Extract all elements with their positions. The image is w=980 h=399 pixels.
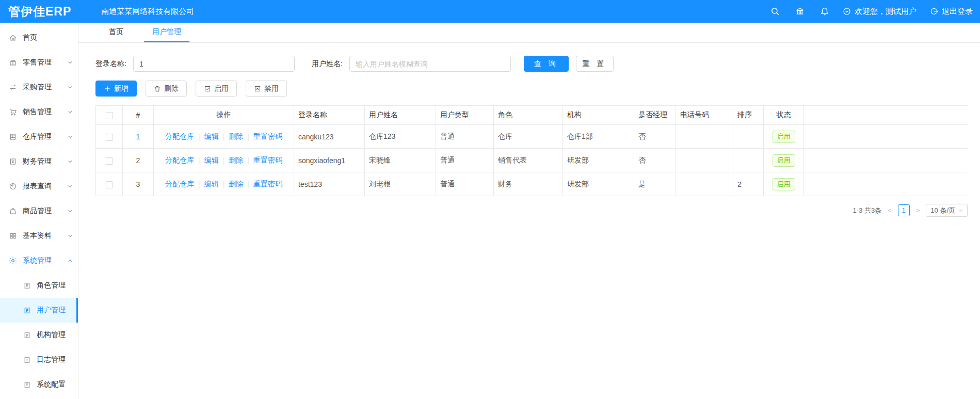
sidebar-item-label: 首页 [23,33,37,42]
reset-password-link[interactable]: 重置密码 [253,132,282,141]
reset-button[interactable]: 重 置 [576,56,614,72]
cell-org: 研发部 [563,172,634,196]
doc-icon [23,282,31,290]
doc-icon [23,307,31,314]
tab-user-mgmt[interactable]: 用户管理 [144,23,189,42]
col-operations: 操作 [154,106,294,125]
chevron-down-icon [68,159,73,164]
table-row: 3 分配仓库| 编辑| 删除| 重置密码 test123 刘老根 普通 财务 研… [96,172,968,196]
sidebar-item-system-config[interactable]: 系统配置 [0,372,78,397]
col-manager: 是否经理 [634,106,676,125]
page-size-select[interactable]: 10 条/页 [926,204,968,217]
select-all-checkbox[interactable] [106,112,113,119]
user-menu[interactable]: 欢迎您，测试用户 [843,7,917,17]
col-index: # [123,106,154,125]
chevron-down-icon [68,109,73,115]
sidebar-item-finance[interactable]: 财务管理 [0,149,78,174]
doc-icon [23,356,31,364]
edit-link[interactable]: 编辑 [204,180,219,189]
logout-label: 退出登录 [942,7,973,17]
delete-link[interactable]: 删除 [229,132,243,141]
row-checkbox[interactable] [106,134,113,141]
logout-icon [930,7,938,15]
cell-phone [676,125,733,149]
assign-warehouse-link[interactable]: 分配仓库 [165,132,194,141]
page-number-button[interactable]: 1 [898,204,910,216]
row-checkbox[interactable] [106,181,113,188]
search-icon[interactable] [770,7,780,16]
col-org: 机构 [563,106,634,125]
sidebar-item-purchase[interactable]: 采购管理 [0,75,78,100]
sidebar-item-home[interactable]: 首页 [0,25,78,50]
cell-sort [733,125,764,149]
sidebar-item-goods[interactable]: 商品管理 [0,199,78,224]
chevron-down-icon [68,85,73,90]
sidebar-item-org-mgmt[interactable]: 机构管理 [0,323,78,347]
bell-icon[interactable] [820,7,829,16]
col-phone: 电话号码 [676,106,733,125]
sidebar-item-label: 商品管理 [23,206,52,216]
user-name-input[interactable] [349,56,511,72]
edit-link[interactable]: 编辑 [204,156,219,165]
tab-home[interactable]: 首页 [101,23,132,42]
sidebar-item-basic-data[interactable]: 基本资料 [0,224,78,248]
col-type: 用户类型 [436,106,494,125]
cell-org: 仓库1部 [563,125,634,149]
enable-button[interactable]: 启用 [196,81,237,97]
sidebar-item-label: 用户管理 [37,306,66,315]
tab-bar: 首页 用户管理 [78,23,980,43]
sidebar-item-report[interactable]: 报表查询 [0,174,78,199]
goods-icon [9,207,17,215]
chevron-down-icon [958,208,963,213]
sidebar-item-user-mgmt[interactable]: 用户管理 [0,298,78,323]
edit-link[interactable]: 编辑 [204,132,219,141]
sidebar-item-label: 采购管理 [23,83,52,92]
row-checkbox[interactable] [106,157,113,165]
col-login: 登录名称 [294,106,365,125]
next-page-button[interactable]: > [915,206,921,214]
cell-manager: 是 [634,172,676,196]
sidebar-item-retail[interactable]: 零售管理 [0,50,78,75]
logout-button[interactable]: 退出登录 [930,7,973,17]
doc-icon [23,331,31,339]
reset-password-link[interactable]: 重置密码 [253,180,282,189]
sidebar-item-role-mgmt[interactable]: 角色管理 [0,273,78,298]
sidebar-item-log-mgmt[interactable]: 日志管理 [0,347,78,372]
cell-type: 普通 [436,125,494,149]
add-button[interactable]: 新增 [95,81,137,97]
sidebar-item-label: 零售管理 [23,58,52,67]
header-actions: 欢迎您，测试用户 退出登录 [755,7,973,17]
gear-icon [9,257,17,265]
prev-page-button[interactable]: < [887,206,893,214]
cell-login: songxiaofeng1 [294,149,365,172]
table-toolbar: 新增 删除 启用 禁用 [95,81,968,97]
sidebar-item-label: 机构管理 [37,330,66,340]
delete-button[interactable]: 删除 [146,81,187,97]
chevron-down-icon [68,233,73,238]
cell-type: 普通 [436,172,494,196]
sidebar-item-warehouse[interactable]: 仓库管理 [0,124,78,149]
delete-link[interactable]: 删除 [229,156,243,165]
disable-button[interactable]: 禁用 [246,81,287,97]
table-header-row: # 操作 登录名称 用户姓名 用户类型 角色 机构 是否经理 电话号码 排序 状… [96,106,968,125]
sidebar-item-sales[interactable]: 销售管理 [0,100,78,124]
top-header-bar: 管伊佳ERP 南通某某网络科技有限公司 欢迎您，测试用户 退出登录 [0,0,980,23]
sidebar-item-label: 系统管理 [23,256,52,265]
reset-password-link[interactable]: 重置密码 [253,156,282,165]
delete-link[interactable]: 删除 [229,180,243,189]
assign-warehouse-link[interactable]: 分配仓库 [165,180,194,189]
login-name-input[interactable] [133,56,295,72]
sidebar-item-label: 仓库管理 [23,132,52,141]
cell-role: 财务 [494,172,563,196]
row-index: 3 [123,172,154,196]
cell-phone [676,172,733,196]
search-button[interactable]: 查 询 [524,56,569,72]
sidebar-item-system[interactable]: 系统管理 [0,248,78,273]
filter-form: 登录名称: 用户姓名: 查 询 重 置 [95,56,968,72]
chevron-down-icon [68,60,73,65]
assign-warehouse-link[interactable]: 分配仓库 [165,156,194,165]
bank-icon[interactable] [795,7,805,16]
chevron-down-icon [68,134,73,139]
cell-org: 研发部 [563,149,634,172]
chevron-up-icon [68,258,73,263]
